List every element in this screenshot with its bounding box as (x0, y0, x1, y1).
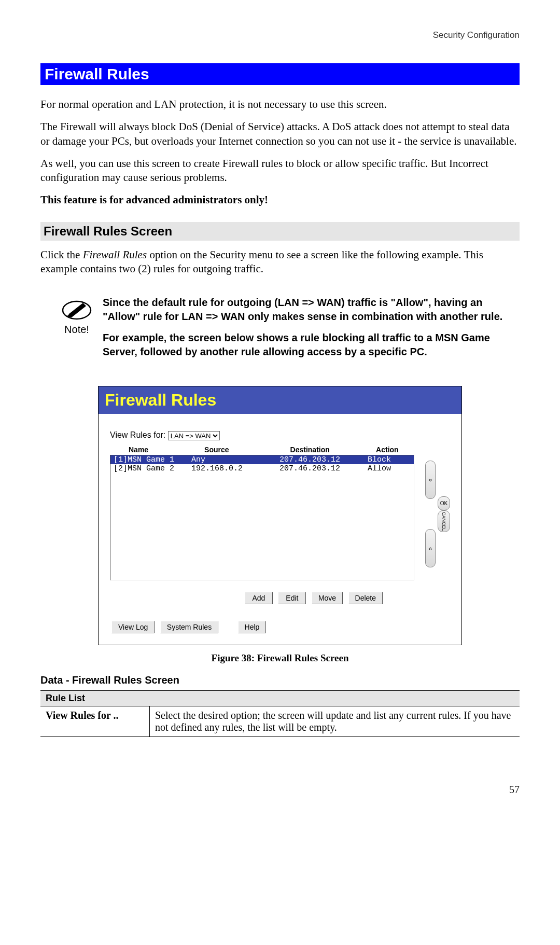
cell-dest: 207.46.203.12 (279, 464, 368, 473)
cancel-button[interactable]: CANCEL (438, 510, 450, 532)
move-down-button[interactable]: « (425, 529, 436, 567)
button-row-1: Add Edit Move Delete (177, 592, 450, 604)
section-intro: Click the Firewall Rules option on the S… (40, 248, 520, 276)
paragraph-1: For normal operation and LAN protection,… (40, 98, 520, 112)
rules-column-headers: Name Source Destination Action (110, 446, 419, 455)
view-rules-select[interactable]: LAN => WAN (168, 431, 220, 440)
page-header-section: Security Configuration (40, 30, 520, 40)
data-row-text: Select the desired option; the screen wi… (150, 706, 520, 737)
page-number: 57 (40, 784, 520, 796)
cell-name: [2]MSN Game 2 (114, 464, 191, 473)
rules-table-wrap: [1]MSN Game 1 Any 207.46.203.12 Block [2… (110, 455, 450, 580)
section-heading-rules-screen: Firewall Rules Screen (40, 222, 520, 241)
note-icon-column: Note! (51, 296, 103, 336)
data-table-header: Rule List (40, 690, 520, 706)
move-button[interactable]: Move (312, 592, 343, 604)
add-button[interactable]: Add (245, 592, 273, 604)
page: Security Configuration Firewall Rules Fo… (0, 0, 560, 816)
note-para-1: Since the default rule for outgoing (LAN… (103, 296, 509, 324)
col-header-destination: Destination (290, 446, 376, 454)
note-block: Note! Since the default rule for outgoin… (40, 296, 520, 366)
note-hand-pen-icon (61, 299, 92, 322)
side-button-column: » « OK CANCEL (425, 461, 450, 567)
note-label: Note! (51, 324, 103, 336)
table-row[interactable]: [1]MSN Game 1 Any 207.46.203.12 Block (110, 455, 414, 464)
move-up-button[interactable]: » (425, 461, 436, 499)
paragraph-2: The Firewall will always block DoS (Deni… (40, 120, 520, 148)
intro-emphasis: Firewall Rules (83, 248, 147, 261)
cell-name: [1]MSN Game 1 (114, 455, 191, 464)
paragraph-warning: This feature is for advanced administrat… (40, 193, 520, 207)
data-table: View Rules for .. Select the desired opt… (40, 706, 520, 737)
view-log-button[interactable]: View Log (111, 621, 155, 633)
paragraph-3: As well, you can use this screen to crea… (40, 157, 520, 185)
figure-caption: Figure 38: Firewall Rules Screen (40, 652, 520, 664)
help-button[interactable]: Help (238, 621, 267, 633)
note-text: Since the default rule for outgoing (LAN… (103, 296, 509, 366)
system-rules-button[interactable]: System Rules (160, 621, 218, 633)
data-row-label: View Rules for .. (40, 706, 150, 737)
data-section-heading: Data - Firewall Rules Screen (40, 674, 520, 686)
intro-pre: Click the (40, 248, 83, 261)
col-header-action: Action (376, 446, 416, 454)
cell-action: Block (368, 455, 409, 464)
edit-button[interactable]: Edit (278, 592, 306, 604)
ok-button[interactable]: OK (438, 496, 450, 510)
view-rules-row: View Rules for: LAN => WAN (110, 430, 450, 440)
note-para-2: For example, the screen below shows a ru… (103, 331, 509, 359)
cell-dest: 207.46.203.12 (279, 455, 368, 464)
data-table-row: View Rules for .. Select the desired opt… (40, 706, 520, 737)
main-heading: Firewall Rules (40, 63, 520, 85)
button-row-2: View Log System Rules Help (110, 621, 450, 633)
delete-button[interactable]: Delete (348, 592, 383, 604)
cell-source: Any (191, 455, 279, 464)
col-header-name: Name (113, 446, 204, 454)
cell-source: 192.168.0.2 (191, 464, 279, 473)
cell-action: Allow (368, 464, 409, 473)
table-row[interactable]: [2]MSN Game 2 192.168.0.2 207.46.203.12 … (110, 464, 414, 473)
view-rules-label: View Rules for: (110, 430, 165, 439)
screenshot-title: Firewall Rules (99, 386, 461, 414)
firewall-screenshot-panel: Firewall Rules View Rules for: LAN => WA… (98, 386, 462, 645)
rules-listbox[interactable]: [1]MSN Game 1 Any 207.46.203.12 Block [2… (110, 455, 414, 580)
col-header-source: Source (204, 446, 290, 454)
screenshot-body: View Rules for: LAN => WAN Name Source D… (99, 414, 461, 645)
